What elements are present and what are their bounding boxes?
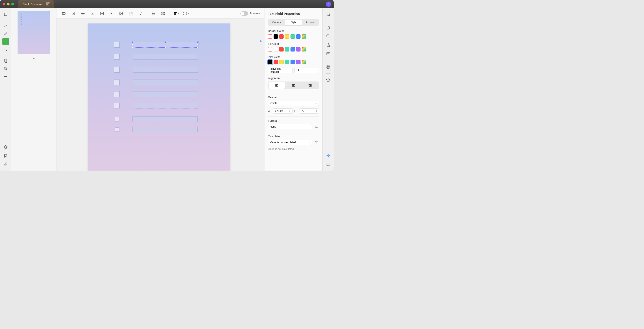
form-checkbox[interactable] [114, 91, 120, 97]
preview-label: Preview [250, 12, 260, 15]
share-icon[interactable] [325, 42, 332, 49]
checkbox-tool[interactable] [70, 11, 76, 17]
align-right-button[interactable] [302, 82, 318, 89]
listbox-tool[interactable] [99, 11, 105, 17]
dropdown-tool[interactable] [90, 11, 96, 17]
image-tool[interactable] [118, 11, 124, 17]
page-thumbnail[interactable] [18, 11, 50, 54]
organize-tool[interactable] [2, 57, 9, 64]
document-tab[interactable]: Blank Document [18, 0, 54, 8]
radio-tool[interactable] [80, 11, 86, 17]
form-text-field[interactable] [133, 67, 198, 73]
calculate-select[interactable]: Value is not calculated⌄ [268, 140, 312, 145]
width-input[interactable]: 275.07▲▼ [273, 108, 293, 114]
close-window-button[interactable] [2, 3, 5, 6]
border-color-black[interactable] [274, 34, 278, 39]
fill-color-custom[interactable] [302, 47, 306, 52]
print-icon[interactable] [325, 64, 332, 70]
tab-actions[interactable]: Actions [302, 20, 318, 25]
align-center-button[interactable] [285, 82, 302, 89]
text-color-blue[interactable] [290, 60, 295, 64]
form-checkbox[interactable] [114, 54, 120, 60]
attachment-icon[interactable] [2, 161, 9, 168]
align-dropdown[interactable]: ▼ [173, 12, 180, 16]
svg-rect-22 [129, 12, 132, 15]
annotate-tool[interactable] [2, 30, 9, 37]
redact-tool[interactable] [2, 73, 9, 80]
text-field-tool[interactable] [61, 11, 67, 17]
comment-icon[interactable] [325, 161, 332, 168]
text-color-red[interactable] [274, 60, 278, 64]
signature-tool[interactable] [137, 11, 143, 17]
form-options-tool[interactable] [150, 11, 156, 17]
fill-color-blue[interactable] [290, 47, 295, 52]
format-settings-icon[interactable] [314, 124, 319, 129]
form-text-field[interactable] [132, 127, 198, 132]
text-color-teal[interactable] [285, 60, 289, 64]
svg-rect-0 [4, 13, 7, 16]
edit-tab-icon[interactable] [46, 2, 50, 7]
form-text-field[interactable] [133, 80, 198, 85]
fill-color-teal[interactable] [285, 47, 289, 52]
form-tool[interactable] [2, 38, 9, 45]
layers-icon[interactable] [2, 144, 9, 151]
export-icon[interactable] [325, 24, 332, 31]
ai-icon[interactable] [325, 152, 332, 159]
form-text-field[interactable] [132, 117, 198, 122]
search-icon[interactable] [325, 11, 332, 18]
hint-arrow [238, 41, 260, 41]
page-canvas[interactable] [88, 24, 230, 171]
border-color-yellow[interactable] [285, 34, 289, 39]
border-color-blue[interactable] [296, 34, 300, 39]
fill-color-none[interactable] [268, 47, 272, 52]
calculate-settings-icon[interactable] [314, 140, 319, 145]
bookmark-icon[interactable] [2, 152, 9, 159]
user-avatar[interactable]: R [326, 2, 331, 7]
form-text-field[interactable] [133, 91, 198, 97]
text-color-black[interactable] [268, 60, 272, 64]
date-tool[interactable] [128, 11, 134, 17]
tab-style[interactable]: Style [285, 20, 302, 25]
distribute-dropdown[interactable]: ▼ [183, 12, 189, 16]
height-input[interactable]: 22▲▼ [300, 108, 319, 114]
text-color-purple[interactable] [296, 60, 300, 64]
border-color-custom[interactable] [302, 34, 306, 39]
form-checkbox[interactable] [115, 127, 120, 132]
button-tool[interactable]: OK [108, 11, 115, 17]
undo-icon[interactable] [325, 77, 332, 84]
form-text-field-selected[interactable] [133, 103, 198, 108]
crop-tool[interactable] [2, 65, 9, 72]
text-color-custom[interactable] [302, 60, 306, 64]
resize-unit-select[interactable]: Points⌄ [268, 101, 319, 106]
format-select[interactable]: None⌄ [268, 124, 312, 129]
maximize-window-button[interactable] [11, 3, 14, 6]
border-color-red[interactable] [279, 34, 284, 39]
sign-tool[interactable] [2, 46, 9, 53]
preview-toggle[interactable] [240, 11, 248, 16]
font-select[interactable]: Helvetica · Regular⌄ [268, 68, 293, 73]
form-checkbox[interactable] [115, 117, 120, 122]
fill-color-white[interactable] [274, 47, 278, 52]
mail-icon[interactable] [325, 50, 332, 57]
copy-icon[interactable] [325, 33, 332, 40]
grid-tool[interactable] [160, 11, 166, 17]
fill-color-red[interactable] [279, 47, 284, 52]
form-text-field-selected[interactable] [133, 42, 198, 48]
tab-general[interactable]: General [268, 20, 285, 25]
form-checkbox[interactable] [114, 42, 120, 48]
thumbnails-tool[interactable] [2, 11, 9, 18]
form-checkbox[interactable] [114, 80, 120, 85]
form-checkbox[interactable] [114, 103, 120, 108]
font-size-select[interactable]: 12⌄ [294, 68, 319, 73]
svg-point-21 [120, 13, 121, 13]
add-tab-button[interactable]: + [56, 2, 58, 6]
minimize-window-button[interactable] [7, 3, 10, 6]
border-color-teal[interactable] [290, 34, 295, 39]
border-color-none[interactable] [268, 34, 272, 39]
form-text-field[interactable] [133, 54, 198, 60]
highlight-tool[interactable] [2, 22, 9, 29]
text-color-yellow[interactable] [279, 60, 284, 64]
fill-color-purple[interactable] [296, 47, 300, 52]
form-checkbox[interactable] [114, 67, 120, 73]
align-left-button[interactable] [268, 82, 285, 89]
